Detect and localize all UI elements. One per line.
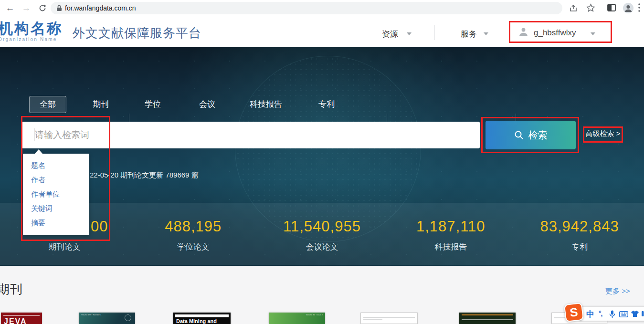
search-field-dropdown: 题名 作者 作者单位 关键词 摘要 <box>23 154 89 235</box>
advanced-search-link[interactable]: 高级检索 > <box>584 129 622 138</box>
stat-tech-reports: 1,187,110 科技报告 <box>386 203 515 265</box>
share-icon[interactable] <box>569 4 578 12</box>
stat-degree-papers: 488,195 学位论文 <box>129 203 258 265</box>
org-logo-subtitle: Organization Name <box>0 37 57 42</box>
browser-forward-button[interactable]: → <box>20 2 32 14</box>
stat-label: 会议论文 <box>258 241 387 252</box>
text-cursor <box>34 128 34 141</box>
url-text: for.wanfangdata.com.cn <box>65 4 136 12</box>
nav-divider <box>434 25 435 40</box>
stat-value: 11,540,955 <box>258 218 387 235</box>
org-logo-title: 机构名称 <box>0 19 63 39</box>
journal-cover[interactable] <box>459 313 516 324</box>
update-notice: 22-05-20 期刊论文更新 789669 篇 <box>90 171 199 180</box>
stat-label: 学位论文 <box>129 241 258 252</box>
journal-cover-title: Data Mining and <box>173 318 231 324</box>
journals-more-link[interactable]: 更多 >> <box>605 287 630 296</box>
user-name: g_hbsffwlxy <box>534 28 576 38</box>
ime-more-icon[interactable] <box>642 310 644 317</box>
dropdown-arrow <box>35 149 42 154</box>
stat-conference-papers: 11,540,955 会议论文 <box>258 203 387 265</box>
tab-all[interactable]: 全部 <box>29 96 66 113</box>
stat-label: 专利 <box>515 241 644 252</box>
dropdown-item-keywords[interactable]: 关键词 <box>23 201 89 216</box>
journal-cover[interactable]: Volume 699 · Number 1 <box>79 313 135 324</box>
chevron-down-icon <box>484 32 488 35</box>
search-icon <box>514 130 524 140</box>
user-divider <box>512 24 512 41</box>
ime-chinese-mode-button[interactable]: 中 <box>586 309 594 320</box>
site-title: 外文文献保障服务平台 <box>73 25 201 42</box>
search-button[interactable]: 检索 <box>486 121 576 149</box>
ime-keyboard-icon[interactable] <box>619 311 628 317</box>
stat-value: 488,195 <box>129 218 258 235</box>
bookmark-star-icon[interactable] <box>586 3 595 12</box>
search-button-label: 检索 <box>528 129 548 142</box>
dropdown-item-title[interactable]: 题名 <box>23 158 89 173</box>
nav-resources[interactable]: 资源 <box>382 29 398 40</box>
stat-patents: 83,942,843 专利 <box>515 203 644 265</box>
lock-icon <box>56 5 62 11</box>
dropdown-item-abstract[interactable]: 摘要 <box>23 216 89 230</box>
journal-cover[interactable]: JEVA <box>1 313 42 324</box>
address-bar[interactable]: for.wanfangdata.com.cn <box>51 2 562 14</box>
tab-conference[interactable]: 会议 <box>199 99 215 110</box>
site-header: 机构名称 Organization Name 外文文献保障服务平台 资源 服务 … <box>0 16 644 47</box>
stat-label: 期刊论文 <box>0 241 129 252</box>
dropdown-item-author-affiliation[interactable]: 作者单位 <box>23 187 89 201</box>
ime-punctuation-button[interactable]: °, <box>599 310 602 317</box>
stat-value: 1,187,110 <box>386 218 515 235</box>
nav-services[interactable]: 服务 <box>461 29 477 40</box>
browser-profile-avatar[interactable] <box>623 2 634 14</box>
browser-menu-icon[interactable] <box>638 3 641 12</box>
journal-cover[interactable] <box>360 313 418 324</box>
journal-cover[interactable]: Volume 36 · Issue 2 <box>269 313 325 324</box>
stat-label: 科技报告 <box>386 241 515 252</box>
user-avatar-icon <box>518 27 528 37</box>
stat-value: 83,942,843 <box>515 218 644 235</box>
journals-heading: 期刊 <box>0 281 23 298</box>
stats-band: 00 期刊论文 488,195 学位论文 11,540,955 会议论文 1,1… <box>0 203 644 265</box>
side-panel-icon[interactable] <box>607 4 616 11</box>
journal-cover-title: JEVA <box>1 317 42 324</box>
ime-skin-wardrobe-icon[interactable] <box>631 310 639 317</box>
journals-section: 期刊 更多 >> JEVA Volume 699 · Number 1 Data… <box>0 266 644 324</box>
tab-degree[interactable]: 学位 <box>145 99 161 110</box>
tab-tech-report[interactable]: 科技报告 <box>250 99 282 110</box>
hero-section: 全部 期刊 学位 会议 科技报告 专利 检索 高级检索 > 22-05-20 期… <box>0 47 644 266</box>
sogou-ime-logo[interactable]: S <box>564 303 584 322</box>
browser-back-button[interactable]: ← <box>4 2 16 14</box>
search-input[interactable] <box>21 122 480 148</box>
chevron-down-icon <box>591 32 595 35</box>
tab-journal[interactable]: 期刊 <box>93 99 109 110</box>
dropdown-item-author[interactable]: 作者 <box>23 173 89 187</box>
browser-chrome: ← → for.wanfangdata.com.cn <box>0 0 644 16</box>
tab-patent[interactable]: 专利 <box>318 99 335 110</box>
journal-cover[interactable]: Data Mining and <box>173 313 231 324</box>
chevron-down-icon <box>407 32 412 35</box>
browser-refresh-button[interactable] <box>38 4 47 12</box>
ime-microphone-icon[interactable] <box>609 310 615 318</box>
